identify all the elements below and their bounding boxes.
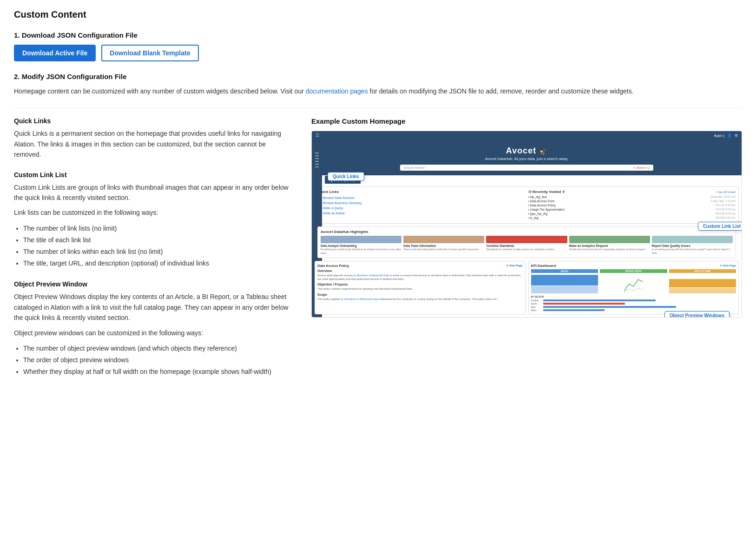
restricted-link: Restricted data	[359, 298, 378, 300]
mock-ql-links: Quick Links Browse Data Sources Browse B…	[318, 190, 526, 220]
mock-highlight-title: Data Analyst Onboarding	[321, 244, 401, 247]
mock-recent-date: Yesterday, 10:55 am	[710, 195, 736, 199]
mock-link-item: Write an Article	[318, 211, 526, 215]
custom-link-list-items: The number of link lists (no limit) The …	[23, 223, 293, 270]
kpi-profit-bars	[600, 275, 667, 293]
left-column: Quick Links Quick Links is a permanent s…	[14, 117, 293, 389]
sidebar-icon	[315, 164, 319, 165]
custom-link-list-title: Custom Link List	[14, 171, 293, 179]
sidebar-icon	[315, 155, 319, 156]
preview-panel: ☰ Apps [ 👤 ⚙	[311, 131, 742, 317]
mock-highlight-title: Make an Analytics Request	[569, 244, 650, 247]
data-access-scope-text: This policy applies to Sensitive or Rest…	[317, 297, 523, 301]
data-access-card: Data Access Policy ☆ Visit Page Overview…	[315, 261, 526, 314]
kpi-sales-bars	[531, 275, 598, 293]
mock-recent-date: 4/11/20 3:29 pm	[716, 208, 736, 211]
mock-highlight-img	[569, 236, 650, 243]
download-blank-button[interactable]: Download Blank Template	[101, 45, 198, 61]
quick-links-callout: Quick Links	[328, 172, 364, 181]
sidebar-icon	[315, 161, 319, 162]
kpi-bars	[531, 275, 736, 293]
mock-recent-date: 4/11/20 3:22 pm	[716, 212, 736, 215]
docs-link[interactable]: documentation pages	[306, 87, 368, 95]
mock-recent-item: ▪ Usage Tier Approximation 4/11/20 3:29 …	[528, 208, 736, 211]
kpi-region-bar	[543, 306, 677, 308]
mock-recent-name: ▪ ippx_top_drg	[528, 212, 548, 215]
kpi-region-label: BY REGION	[531, 295, 736, 298]
sidebar-icon	[315, 166, 319, 167]
mock-search-bar[interactable]: Search Alation ∞ Alation Q	[400, 165, 653, 171]
mock-highlight-img	[403, 236, 484, 243]
mock-highlight-img	[321, 236, 401, 243]
list-item: Whether they display at half or full wid…	[23, 366, 293, 378]
avocet-bird-icon: 🦅	[539, 147, 547, 155]
object-preview-customize-label: Object preview windows can be customized…	[14, 328, 293, 338]
hamburger-icon: ☰	[316, 133, 319, 138]
mock-highlight-title: Curation Standards	[486, 244, 567, 247]
mock-highlight-desc: Teams and team descriptions with links t…	[403, 248, 484, 251]
sensitive-link: Sensitive	[344, 298, 355, 300]
mock-highlights-grid: Data Analyst Onboarding Everything you n…	[321, 236, 733, 254]
mock-recently-title: ⊙ Recently Visited ∨	[528, 190, 565, 194]
mock-highlights-title: Avocet DataHub Highlights	[321, 230, 733, 234]
kpi-region-bar	[543, 299, 656, 301]
mock-topbar-right: Apps [ 👤 ⚙	[714, 133, 738, 138]
kpi-region-item: South	[531, 302, 736, 305]
mock-highlight-item: Data Analyst Onboarding Everything you n…	[321, 236, 401, 254]
mock-link-text: Browse Business Glossary	[323, 201, 362, 205]
mock-recent-name: ▪ Data Access Form	[528, 199, 555, 203]
data-access-objective-label: Objective / Purpose	[317, 283, 523, 286]
mock-ql-section-title: Quick Links	[318, 190, 526, 194]
kpi-card: KPI Dashboard ☆ Visit Page SALES PROFIT …	[528, 261, 739, 314]
mock-recent-date: 4/11/20 3:22 pm	[716, 216, 736, 219]
list-item: The title of each link list	[23, 234, 293, 246]
mock-link-text: Browse Data Sources	[323, 196, 355, 199]
mock-recent-date: 2 days ago, 1:12 pm	[710, 199, 736, 203]
mock-recent-name: ▪ top_drg_fact	[528, 195, 547, 199]
hero-sidebar-wrapper: Avocet 🦅 Avocet DataHub. All your data, …	[312, 140, 742, 317]
kpi-card-title: KPI Dashboard ☆ Visit Page	[531, 264, 736, 268]
mock-ql-grid: Quick Links Browse Data Sources Browse B…	[318, 190, 736, 220]
mock-ql-body: Quick Links Browse Data Sources Browse B…	[315, 186, 739, 224]
mock-recent-date: 4/11/20 3:45 pm	[716, 204, 736, 207]
download-active-button[interactable]: Download Active File	[14, 45, 96, 61]
download-button-group: Download Active File Download Blank Temp…	[14, 45, 742, 61]
step1-section: 1. Download JSON Configuration File Down…	[14, 31, 742, 61]
mock-recent-item: ▪ Data Access Policy 4/11/20 3:45 pm	[528, 204, 736, 207]
mock-highlight-item: Report Data Quality Issues Is something …	[652, 236, 733, 254]
mock-highlight-desc: Everything you need to get started as an…	[321, 248, 401, 254]
step1-title: 1. Download JSON Configuration File	[14, 31, 742, 39]
mock-highlight-item: Curation Standards Standards for steward…	[486, 236, 567, 254]
mock-topbar-left: ☰	[316, 133, 319, 138]
quick-links-description: Quick Links is a permanent section on th…	[14, 128, 293, 160]
settings-icon: ⚙	[735, 133, 738, 138]
list-item: The title, target URL, and description (…	[23, 258, 293, 269]
object-preview-title: Object Preview Window	[14, 280, 293, 288]
sidebar-icon	[315, 158, 319, 159]
mock-link-item: Write a Query	[318, 206, 526, 210]
list-item: The number of links within each link lis…	[23, 246, 293, 258]
mock-preview-row: Data Access Policy ☆ Visit Page Overview…	[315, 261, 739, 314]
kpi-bar-label-sales: SALES	[531, 269, 598, 273]
kpi-region-bar	[543, 309, 605, 311]
mock-highlight-desc: Details the formal process for requestin…	[569, 248, 650, 251]
main-content: Quick Links Quick Links is a permanent s…	[14, 117, 742, 389]
data-access-scope-label: Scope	[317, 293, 523, 296]
list-item: The number of link lists (no limit)	[23, 223, 293, 234]
quick-links-section: Quick Links Quick Links is a permanent s…	[14, 117, 293, 160]
mock-highlight-desc: Is something wrong with the data you're …	[652, 248, 733, 254]
kpi-line-chart	[600, 275, 667, 293]
kpi-visit: ☆ Visit Page	[720, 264, 736, 268]
preview-label: Example Custom Homepage	[311, 117, 742, 125]
mock-search-brand: ∞ Alation Q	[633, 166, 650, 169]
custom-link-list-description: Custom Link Lists are groups of links wi…	[14, 182, 293, 203]
data-access-overview-label: Overview	[317, 269, 523, 272]
kpi-bar-label-profit: PROFIT RATIO	[600, 269, 667, 273]
object-preview-callout: Object Preview Windows	[664, 311, 730, 318]
custom-link-list-section: Custom Link List Custom Link Lists are g…	[14, 171, 293, 270]
mock-recent-name: ▪ Usage Tier Approximation	[528, 208, 565, 211]
data-access-visit: ☆ Visit Page	[506, 264, 522, 268]
step2-section: 2. Modify JSON Configuration File Homepa…	[14, 73, 742, 96]
list-item: The order of object preview windows	[23, 354, 293, 366]
object-preview-items: The number of object preview windows (an…	[23, 343, 293, 378]
